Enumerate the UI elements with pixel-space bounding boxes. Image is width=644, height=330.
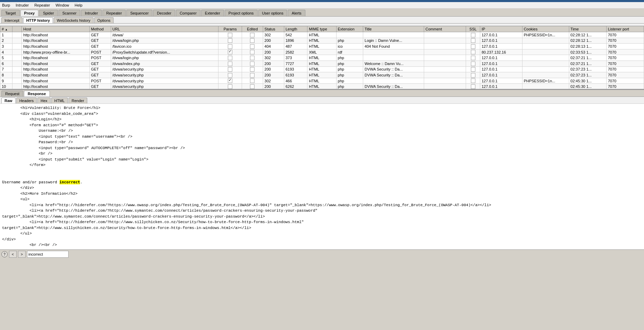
menu-burp[interactable]: Burp	[1, 3, 11, 8]
tab-spider[interactable]: Spider	[39, 10, 58, 16]
table-row[interactable]: 3http://localhostGET/favicon.ico404487HT…	[0, 44, 644, 49]
menu-bar: Burp Intruder Repeater Window Help	[0, 2, 644, 9]
tab-alerts[interactable]: Alerts	[288, 10, 305, 16]
table-row[interactable]: 10http://localhostGET/dvwa/security.php2…	[0, 84, 644, 90]
tab-response[interactable]: Response	[24, 91, 50, 97]
tab-html[interactable]: HTML	[51, 98, 68, 103]
menu-window[interactable]: Window	[55, 3, 70, 8]
next-button[interactable]: >	[18, 251, 26, 258]
col-header-cookies[interactable]: Cookies	[522, 26, 569, 32]
http-history-table-container[interactable]: # ▲ Host Method URL Params Edited Status…	[0, 26, 644, 90]
tab-options[interactable]: Options	[94, 17, 114, 23]
col-header-params[interactable]: Params	[218, 26, 242, 32]
tab-sequencer[interactable]: Sequencer	[126, 10, 152, 16]
tab-scanner[interactable]: Scanner	[59, 10, 80, 16]
col-header-num[interactable]: # ▲	[0, 26, 12, 32]
req-resp-tab-bar: Request Response	[0, 90, 644, 97]
tab-headers[interactable]: Headers	[16, 98, 37, 103]
table-row[interactable]: 2http://localhostGET/dvwa/login.php20018…	[0, 38, 644, 44]
tab-extender[interactable]: Extender	[201, 10, 224, 16]
tab-target[interactable]: Target	[1, 10, 20, 16]
tab-render[interactable]: Render	[69, 98, 87, 103]
tab-hex[interactable]: Hex	[37, 98, 51, 103]
table-row[interactable]: 7http://localhostGET/dvwa/security.php20…	[0, 66, 644, 72]
proxy-sub-tab-bar: Intercept HTTP history WebSockets histor…	[0, 17, 644, 24]
tab-comparer[interactable]: Comparer	[176, 10, 200, 16]
col-header-url[interactable]: URL	[111, 26, 218, 32]
menu-help[interactable]: Help	[74, 3, 83, 8]
tab-decoder[interactable]: Decoder	[153, 10, 175, 16]
bottom-bar: ? < >	[0, 249, 644, 259]
col-header-ssl[interactable]: SSL	[466, 26, 480, 32]
tab-proxy[interactable]: Proxy	[20, 10, 39, 16]
table-row[interactable]: 5http://localhostPOST/dvwa/login.php3023…	[0, 55, 644, 61]
col-header-edited[interactable]: Edited	[242, 26, 263, 32]
response-content: <h1>Vulnerability: Brute Force</h1> <div…	[0, 104, 644, 249]
col-header-ext[interactable]: Extension	[336, 26, 363, 32]
col-header-title[interactable]: Title	[363, 26, 424, 32]
tab-request[interactable]: Request	[1, 91, 23, 97]
tab-repeater[interactable]: Repeater	[102, 10, 126, 16]
col-header-length[interactable]: Length	[284, 26, 307, 32]
menu-repeater[interactable]: Repeater	[34, 3, 51, 8]
col-header-port[interactable]: Listener port	[606, 26, 644, 32]
table-row[interactable]: 4http://www.proxy-offline-br...POST/Prox…	[0, 49, 644, 55]
col-header-mime[interactable]: MIME type	[307, 26, 336, 32]
col-header-ip[interactable]: IP	[480, 26, 522, 32]
col-header-host[interactable]: Host	[22, 26, 89, 32]
table-row[interactable]: 9http://localhostPOST/dvwa/security.php✓…	[0, 78, 644, 84]
filter-bar[interactable]	[0, 24, 644, 26]
format-tab-bar: Raw Headers Hex HTML Render	[0, 97, 644, 104]
menu-intruder[interactable]: Intruder	[15, 3, 29, 8]
search-input[interactable]	[27, 251, 69, 258]
col-header-time[interactable]: Time	[569, 26, 606, 32]
tab-project-options[interactable]: Project options	[225, 10, 258, 16]
http-history-table: # ▲ Host Method URL Params Edited Status…	[0, 26, 644, 90]
tab-intruder[interactable]: Intruder	[81, 10, 102, 16]
prev-button[interactable]: <	[9, 251, 17, 258]
col-header-status[interactable]: Status	[263, 26, 284, 32]
tab-raw[interactable]: Raw	[1, 98, 16, 103]
col-header-method[interactable]: Method	[89, 26, 111, 32]
tab-websockets-history[interactable]: WebSockets history	[54, 17, 93, 23]
tab-intercept[interactable]: Intercept	[1, 17, 23, 23]
tab-http-history[interactable]: HTTP history	[23, 17, 53, 23]
main-tab-bar: Target Proxy Spider Scanner Intruder Rep…	[0, 9, 644, 17]
tab-user-options[interactable]: User options	[258, 10, 287, 16]
help-button[interactable]: ?	[1, 251, 8, 257]
col-header-comment[interactable]: Comment	[424, 26, 466, 32]
col-header-flag[interactable]	[12, 26, 22, 32]
table-row[interactable]: 1http://localhostGET/dvwa/302542HTML127.…	[0, 32, 644, 38]
table-row[interactable]: 8http://localhostGET/dvwa/security.php20…	[0, 72, 644, 78]
table-row[interactable]: 6http://localhostGET/dvwa/index.php20077…	[0, 61, 644, 66]
